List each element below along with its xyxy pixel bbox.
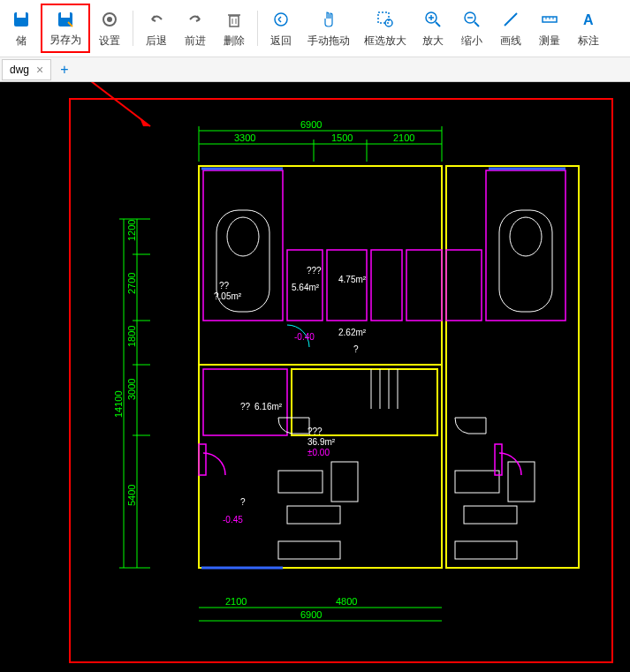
zoom-in-button[interactable]: 放大 [414,4,452,53]
label-button[interactable]: A 标注 [569,4,608,53]
return-icon [270,9,292,30]
svg-rect-81 [508,462,535,502]
drawing-canvas[interactable]: 6900 3300 1500 2100 14100 1200 2700 1800… [0,82,630,672]
svg-rect-75 [292,369,437,435]
svg-rect-70 [446,250,482,321]
zoom-out-button[interactable]: 缩小 [452,4,491,53]
gear-icon [99,9,120,30]
separator [133,11,133,46]
room-area: 36.9m² [307,437,335,447]
room-area: 5.64m² [292,283,319,292]
svg-line-14 [436,22,440,26]
room-area: 4.75m² [338,275,366,284]
file-tab[interactable]: dwg × [2,59,51,80]
tab-bar: dwg × + [0,57,630,82]
trash-icon [224,9,245,30]
svg-rect-77 [331,462,358,502]
svg-point-10 [275,13,287,26]
room-area: 2.62m² [338,328,366,337]
svg-rect-3 [61,12,70,18]
add-tab-button[interactable]: + [55,62,73,78]
svg-rect-78 [287,506,340,524]
svg-line-18 [474,22,479,26]
room-label: ? [240,497,246,507]
ruler-icon [539,9,560,30]
save-button[interactable]: 储 [2,4,41,53]
svg-rect-64 [499,210,552,312]
room-label: ??? [307,427,323,436]
forward-button[interactable]: 前进 [176,4,215,53]
zoom-window-icon [375,9,396,30]
save-as-button[interactable]: 另存为 [41,4,90,53]
svg-text:2100: 2100 [225,596,247,607]
svg-point-5 [107,17,112,22]
svg-text:3300: 3300 [234,132,255,143]
tab-label: dwg [10,64,29,76]
delete-button[interactable]: 删除 [215,4,254,53]
undo-icon [146,9,167,30]
zoom-out-icon [461,9,482,30]
svg-rect-57 [199,166,442,568]
zoom-window-button[interactable]: 框选放大 [357,4,414,53]
svg-text:4800: 4800 [336,596,357,607]
svg-text:2700: 2700 [126,273,137,294]
elevation: -0.45 [223,515,243,525]
main-toolbar: 储 另存为 设置 后退 前进 删除 返回 手动拖动 框选放大 放大 缩小 [0,0,630,57]
pan-button[interactable]: 手动拖动 [300,4,357,53]
save-icon [11,9,32,30]
svg-text:6900: 6900 [300,119,322,130]
svg-text:3000: 3000 [126,379,137,400]
svg-rect-84 [199,444,206,475]
zoom-in-icon [422,9,444,30]
return-button[interactable]: 返回 [262,4,300,53]
svg-rect-79 [278,541,340,559]
room-label: ?? [240,402,250,412]
line-icon [500,9,521,30]
svg-line-20 [505,13,517,26]
svg-text:6900: 6900 [300,609,322,620]
room-area: 6.16m² [254,402,282,412]
svg-text:A: A [583,12,594,27]
svg-text:2100: 2100 [393,132,414,143]
svg-text:1500: 1500 [331,132,353,143]
room-area: ?.05m² [214,291,241,301]
hand-icon [318,9,339,30]
elevation: -0.40 [294,332,315,342]
svg-rect-82 [464,506,517,524]
svg-rect-69 [406,250,442,321]
svg-rect-76 [278,471,323,493]
svg-rect-63 [486,170,565,321]
tab-close-button[interactable]: × [36,63,43,77]
room-label: ??? [307,266,322,276]
svg-text:1200: 1200 [126,220,137,241]
room-label: ?? [219,281,229,291]
room-label: ? [353,344,359,354]
measure-button[interactable]: 测量 [530,4,569,53]
redo-icon [185,9,206,30]
svg-rect-1 [17,12,26,18]
svg-point-65 [510,217,542,256]
svg-rect-6 [230,16,239,26]
svg-text:1800: 1800 [126,326,137,347]
text-icon: A [578,9,599,30]
svg-rect-58 [199,365,442,568]
settings-button[interactable]: 设置 [90,4,129,53]
svg-point-62 [227,217,259,256]
separator [257,11,258,46]
elevation: ±0.00 [307,448,330,457]
svg-rect-83 [455,541,517,559]
cad-drawing: 6900 3300 1500 2100 14100 1200 2700 1800… [106,117,583,630]
svg-rect-80 [455,471,499,493]
save-as-icon [55,9,76,29]
svg-text:5400: 5400 [126,485,137,506]
svg-rect-67 [327,250,367,321]
svg-rect-68 [371,250,402,321]
line-button[interactable]: 画线 [491,4,530,53]
svg-rect-11 [378,12,389,23]
back-button[interactable]: 后退 [137,4,176,53]
svg-text:14100: 14100 [113,390,124,418]
